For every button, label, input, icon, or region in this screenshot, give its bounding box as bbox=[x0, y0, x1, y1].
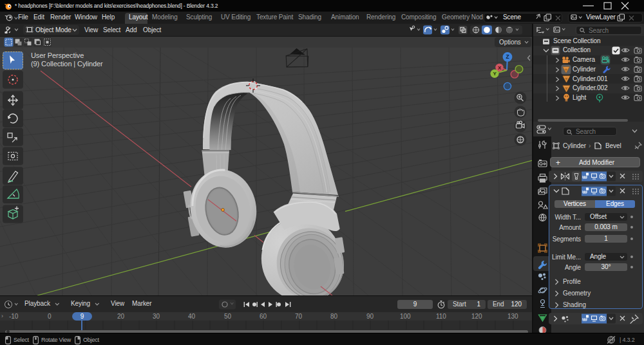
svg-text:(9) Collection | Cylinder: (9) Collection | Cylinder bbox=[31, 60, 103, 68]
svg-text:X: X bbox=[498, 65, 502, 71]
svg-text:User Perspective: User Perspective bbox=[31, 51, 84, 59]
svg-text:Z: Z bbox=[506, 53, 509, 60]
svg-text:Y: Y bbox=[493, 71, 497, 77]
